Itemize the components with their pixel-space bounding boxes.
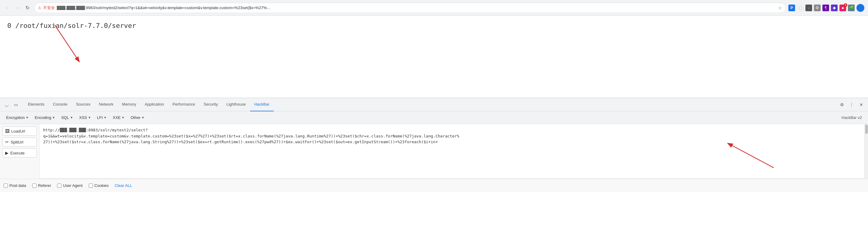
hackbar-menu-sql[interactable]: SQL ▼: [59, 114, 75, 121]
clear-all-button[interactable]: Clear ALL: [115, 183, 132, 188]
hackbar-menu-xxe[interactable]: XXE ▼: [110, 114, 127, 121]
more-options-icon[interactable]: ⋮: [847, 100, 856, 109]
device-icon[interactable]: ▭: [11, 100, 20, 109]
split-url-button[interactable]: ✂ SplitUrl: [2, 137, 37, 146]
tab-security[interactable]: Security: [199, 98, 222, 111]
hackbar-main-wrap: 🖼 LoadUrl ✂ SplitUrl ▶ Execute http://▓▓…: [0, 124, 868, 192]
devtools-left-icons: ◡ ▭: [2, 100, 20, 109]
inspect-icon[interactable]: ◡: [2, 100, 11, 109]
close-devtools-icon[interactable]: ✕: [857, 100, 866, 109]
execute-icon: ▶: [5, 150, 8, 156]
back-button[interactable]: ←: [4, 4, 12, 12]
ext-p-icon[interactable]: P: [788, 5, 795, 11]
hackbar-main: 🖼 LoadUrl ✂ SplitUrl ▶ Execute http://▓▓…: [0, 124, 868, 179]
hackbar-footer: Post data Referer User Agent Cookies Cle…: [0, 179, 868, 192]
hackbar-menu-encoding[interactable]: Encoding ▼: [32, 114, 57, 121]
page-text: 0 /root/fuxian/solr-7.7.0/server: [7, 22, 861, 29]
tab-memory[interactable]: Memory: [118, 98, 141, 111]
cookies-checkbox-wrap[interactable]: Cookies: [89, 183, 109, 188]
load-url-icon: 🖼: [5, 129, 9, 134]
devtools-right-icons: ⚙ ⋮ ✕: [838, 100, 866, 109]
tab-elements[interactable]: Elements: [24, 98, 49, 111]
badge-number: 1: [844, 3, 847, 7]
hackbar-toolbar: Encryption ▼ Encoding ▼ SQL ▼ XSS ▼ LFI …: [0, 111, 868, 124]
load-url-button[interactable]: 🖼 LoadUrl: [2, 127, 37, 136]
url-textarea[interactable]: http://▓▓▓.▓▓▓.▓▓▓:8983/solr/mytest2/sel…: [39, 124, 868, 179]
tab-sources[interactable]: Sources: [72, 98, 95, 111]
hackbar-menu-encryption[interactable]: Encryption ▼: [4, 114, 31, 121]
tab-application[interactable]: Application: [141, 98, 168, 111]
sql-arrow-icon: ▼: [70, 116, 73, 119]
tab-performance[interactable]: Performance: [168, 98, 199, 111]
address-text: ▓▓▓.▓▓▓.▓▓▓:8983/solr/mytest2/select?q=1…: [57, 5, 776, 10]
tab-network[interactable]: Network: [95, 98, 118, 111]
devtools-tabbar: ◡ ▭ Elements Console Sources Network Mem…: [0, 98, 868, 111]
url-input-area: http://▓▓▓.▓▓▓.▓▓▓:8983/solr/mytest2/sel…: [39, 124, 868, 179]
ext-diamond-icon[interactable]: ◆: [831, 5, 838, 11]
xss-arrow-icon: ▼: [88, 116, 91, 119]
post-data-checkbox[interactable]: [4, 183, 8, 188]
hackbar-sidebar: 🖼 LoadUrl ✂ SplitUrl ▶ Execute: [0, 124, 39, 179]
user-agent-checkbox-wrap[interactable]: User Agent: [57, 183, 82, 188]
address-bar[interactable]: ⚠ 不安全 ▓▓▓.▓▓▓.▓▓▓:8983/solr/mytest2/sele…: [34, 3, 786, 13]
referer-checkbox[interactable]: [32, 183, 36, 188]
cookies-checkbox[interactable]: [89, 183, 93, 188]
ext-badge-icon[interactable]: ■ 1: [839, 5, 846, 11]
tab-lighthouse[interactable]: Lighthouse: [222, 98, 250, 111]
xxe-arrow-icon: ▼: [122, 116, 125, 119]
nav-buttons: ← → ↻: [4, 4, 32, 12]
other-arrow-icon: ▼: [141, 116, 144, 119]
tab-console[interactable]: Console: [49, 98, 72, 111]
hackbar-menu-xss[interactable]: XSS ▼: [76, 114, 93, 121]
devtools-tabs: Elements Console Sources Network Memory …: [24, 98, 431, 111]
security-label: 不安全: [43, 5, 55, 11]
ext-paragraph-icon[interactable]: ¶: [823, 5, 829, 11]
hackbar-menu-lfi[interactable]: LFI ▼: [94, 114, 109, 121]
page-content: 0 /root/fuxian/solr-7.7.0/server: [0, 16, 868, 98]
ext-download-icon[interactable]: ↓: [805, 5, 812, 11]
tab-hackbar[interactable]: HackBar: [250, 98, 274, 111]
lfi-arrow-icon: ▼: [103, 116, 106, 119]
user-avatar[interactable]: 👤: [857, 4, 864, 12]
browser-chrome: ← → ↻ ⚠ 不安全 ▓▓▓.▓▓▓.▓▓▓:8983/solr/mytest…: [0, 0, 868, 16]
ext-gear-icon[interactable]: ⚙: [814, 5, 820, 11]
ext-puzzle-icon[interactable]: 🧩: [848, 5, 855, 11]
hackbar-version: HackBar v2: [842, 115, 862, 120]
hackbar-menu-other[interactable]: Other ▼: [128, 114, 147, 121]
forward-button[interactable]: →: [13, 4, 22, 12]
settings-icon[interactable]: ⚙: [838, 100, 846, 109]
devtools-panel: ◡ ▭ Elements Console Sources Network Mem…: [0, 98, 868, 192]
svg-line-1: [55, 25, 79, 61]
reload-button[interactable]: ↻: [23, 4, 32, 12]
encryption-arrow-icon: ▼: [26, 116, 29, 119]
user-agent-checkbox[interactable]: [57, 183, 61, 188]
ext-circle-icon[interactable]: ◯: [797, 5, 804, 11]
referer-checkbox-wrap[interactable]: Referer: [32, 183, 51, 188]
security-icon: ⚠: [38, 6, 41, 10]
scrollbar-thumb: [865, 125, 868, 134]
toolbar-icons: P ◯ ↓ ⚙ ¶ ◆ ■ 1 🧩 👤: [788, 4, 864, 12]
execute-button[interactable]: ▶ Execute: [2, 148, 37, 158]
scrollbar[interactable]: [864, 124, 868, 179]
annotation-arrow-1: [55, 25, 116, 73]
split-url-icon: ✂: [5, 140, 9, 144]
post-data-checkbox-wrap[interactable]: Post data: [4, 183, 26, 188]
encoding-arrow-icon: ▼: [52, 116, 55, 119]
bookmark-icon: ☆: [778, 5, 782, 10]
